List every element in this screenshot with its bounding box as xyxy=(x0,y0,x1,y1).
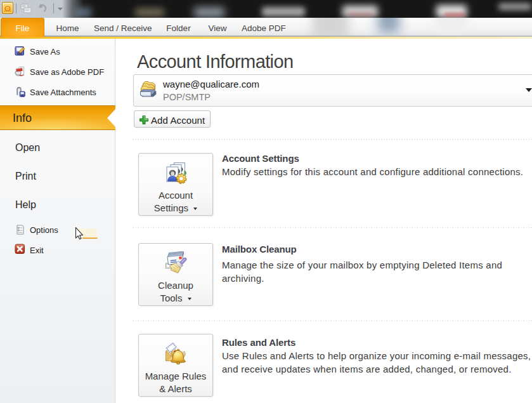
svg-text:O: O xyxy=(4,4,11,13)
